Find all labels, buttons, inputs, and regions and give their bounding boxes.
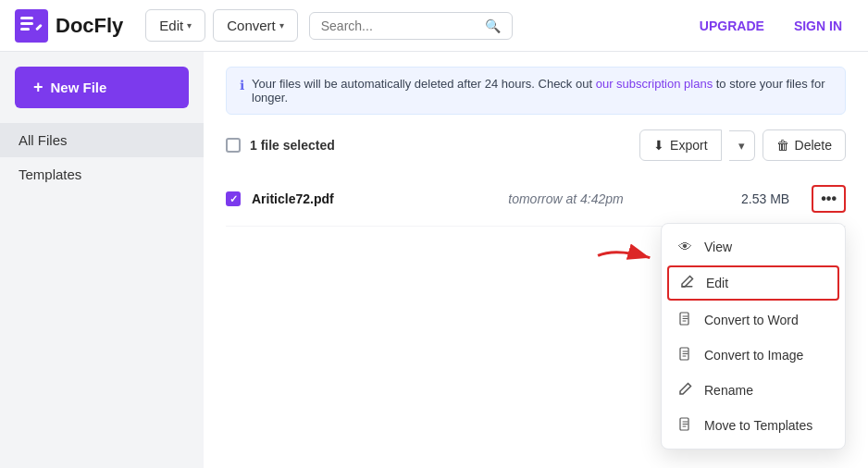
edit-label: Edit (706, 276, 728, 290)
file-size: 2.53 MB (741, 191, 789, 206)
sidebar-item-all-files[interactable]: All Files (0, 123, 204, 157)
convert-chevron-icon: ▾ (279, 20, 284, 31)
convert-word-icon (676, 312, 693, 328)
logo-text: DocFly (56, 14, 123, 38)
svg-rect-0 (15, 9, 48, 43)
edit-label: Edit (159, 18, 183, 33)
more-options-button[interactable]: ••• (812, 185, 846, 213)
search-input[interactable] (321, 18, 477, 33)
export-label: Export (670, 138, 707, 153)
move-templates-icon (676, 417, 693, 434)
svg-rect-3 (20, 28, 30, 31)
info-banner: ℹ Your files will be automatically delet… (226, 67, 846, 115)
export-button[interactable]: ⬇ Export (639, 129, 721, 161)
delete-button[interactable]: 🗑 Delete (763, 129, 846, 161)
move-templates-label: Move to Templates (704, 418, 812, 433)
context-item-move-templates[interactable]: Move to Templates (662, 408, 845, 443)
new-file-label: New File (51, 80, 107, 95)
context-item-view[interactable]: 👁 View (662, 229, 845, 264)
logo: DocFly (15, 9, 123, 43)
selected-count: 1 file selected (250, 138, 335, 153)
svg-rect-2 (20, 22, 33, 25)
search-icon: 🔍 (485, 18, 501, 33)
info-icon: ℹ (240, 78, 244, 92)
subscription-plans-link[interactable]: our subscription plans (596, 77, 713, 91)
rename-label: Rename (704, 383, 753, 398)
export-icon: ⬇ (653, 138, 664, 153)
view-label: View (704, 240, 732, 254)
sidebar-item-all-files-label: All Files (19, 132, 68, 148)
convert-label: Convert (227, 18, 276, 33)
sidebar: + New File All Files Templates (0, 52, 204, 468)
file-name: Ariticle72.pdf (252, 191, 391, 206)
file-row: ✓ Ariticle72.pdf tomorrow at 4:42pm 2.53… (226, 172, 846, 227)
context-item-convert-word[interactable]: Convert to Word (662, 302, 845, 338)
dropdown-chevron-icon: ▾ (738, 139, 745, 153)
new-file-button[interactable]: + New File (15, 67, 189, 108)
svg-rect-5 (681, 286, 692, 288)
delete-icon: 🗑 (776, 138, 789, 153)
check-icon: ✓ (229, 193, 238, 205)
convert-image-icon (676, 347, 693, 363)
select-all-checkbox[interactable] (226, 138, 241, 153)
layout: + New File All Files Templates ℹ Your fi… (0, 52, 868, 468)
convert-menu-button[interactable]: Convert ▾ (213, 9, 298, 42)
sidebar-item-templates[interactable]: Templates (0, 157, 204, 191)
context-menu: 👁 View Edit Con (661, 223, 846, 450)
more-icon: ••• (821, 191, 837, 207)
red-arrow-indicator (588, 235, 668, 290)
plus-icon: + (33, 78, 43, 97)
export-dropdown-button[interactable]: ▾ (729, 130, 755, 161)
upgrade-button[interactable]: UPGRADE (688, 13, 775, 39)
convert-word-label: Convert to Word (704, 313, 799, 327)
banner-text-before: Your files will be automatically deleted… (252, 77, 596, 91)
view-icon: 👁 (676, 239, 693, 254)
toolbar: 1 file selected ⬇ Export ▾ 🗑 Delete (226, 129, 846, 161)
banner-text: Your files will be automatically deleted… (252, 77, 832, 105)
context-item-convert-image[interactable]: Convert to Image (662, 338, 845, 373)
context-item-rename[interactable]: Rename (662, 373, 845, 408)
main-content: ℹ Your files will be automatically delet… (204, 52, 868, 468)
convert-image-label: Convert to Image (704, 348, 803, 363)
edit-icon (678, 275, 695, 291)
signin-button[interactable]: SIGN IN (783, 13, 853, 39)
selection-area: 1 file selected (226, 138, 632, 153)
search-box: 🔍 (309, 12, 513, 40)
header: DocFly Edit ▾ Convert ▾ 🔍 UPGRADE SIGN I… (0, 0, 868, 52)
rename-icon (676, 382, 693, 399)
svg-rect-1 (20, 17, 33, 19)
file-checkbox[interactable]: ✓ (226, 191, 241, 206)
sidebar-item-templates-label: Templates (19, 166, 81, 182)
delete-label: Delete (795, 138, 832, 153)
docfly-logo-icon (15, 9, 48, 43)
file-date: tomorrow at 4:42pm (402, 191, 730, 206)
context-item-edit[interactable]: Edit (667, 265, 839, 301)
edit-menu-button[interactable]: Edit ▾ (145, 9, 205, 42)
edit-chevron-icon: ▾ (187, 20, 192, 31)
